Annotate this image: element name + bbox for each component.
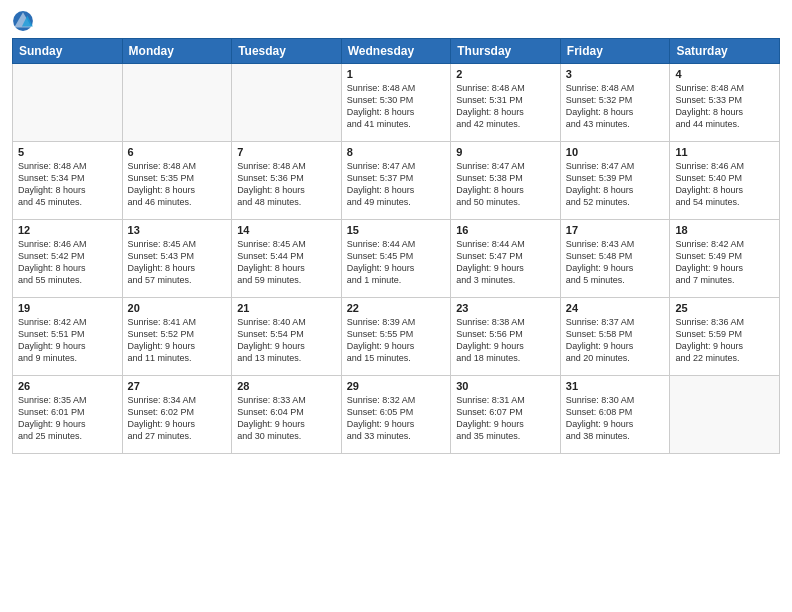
day-info: Sunrise: 8:34 AM Sunset: 6:02 PM Dayligh… <box>128 394 227 443</box>
day-number: 23 <box>456 302 555 314</box>
day-info: Sunrise: 8:48 AM Sunset: 5:31 PM Dayligh… <box>456 82 555 131</box>
day-info: Sunrise: 8:46 AM Sunset: 5:42 PM Dayligh… <box>18 238 117 287</box>
day-info: Sunrise: 8:47 AM Sunset: 5:39 PM Dayligh… <box>566 160 665 209</box>
weekday-header-friday: Friday <box>560 39 670 64</box>
calendar-cell: 11Sunrise: 8:46 AM Sunset: 5:40 PM Dayli… <box>670 142 780 220</box>
calendar-cell: 2Sunrise: 8:48 AM Sunset: 5:31 PM Daylig… <box>451 64 561 142</box>
day-info: Sunrise: 8:37 AM Sunset: 5:58 PM Dayligh… <box>566 316 665 365</box>
day-info: Sunrise: 8:31 AM Sunset: 6:07 PM Dayligh… <box>456 394 555 443</box>
day-number: 7 <box>237 146 336 158</box>
day-number: 10 <box>566 146 665 158</box>
day-info: Sunrise: 8:42 AM Sunset: 5:49 PM Dayligh… <box>675 238 774 287</box>
day-number: 17 <box>566 224 665 236</box>
calendar-cell: 13Sunrise: 8:45 AM Sunset: 5:43 PM Dayli… <box>122 220 232 298</box>
day-number: 25 <box>675 302 774 314</box>
calendar-cell: 3Sunrise: 8:48 AM Sunset: 5:32 PM Daylig… <box>560 64 670 142</box>
calendar-cell: 17Sunrise: 8:43 AM Sunset: 5:48 PM Dayli… <box>560 220 670 298</box>
page-container: SundayMondayTuesdayWednesdayThursdayFrid… <box>0 0 792 464</box>
day-info: Sunrise: 8:45 AM Sunset: 5:44 PM Dayligh… <box>237 238 336 287</box>
weekday-header-wednesday: Wednesday <box>341 39 451 64</box>
day-info: Sunrise: 8:39 AM Sunset: 5:55 PM Dayligh… <box>347 316 446 365</box>
day-info: Sunrise: 8:30 AM Sunset: 6:08 PM Dayligh… <box>566 394 665 443</box>
logo-icon <box>12 10 34 32</box>
day-number: 8 <box>347 146 446 158</box>
calendar-cell: 4Sunrise: 8:48 AM Sunset: 5:33 PM Daylig… <box>670 64 780 142</box>
calendar-cell: 9Sunrise: 8:47 AM Sunset: 5:38 PM Daylig… <box>451 142 561 220</box>
weekday-header-row: SundayMondayTuesdayWednesdayThursdayFrid… <box>13 39 780 64</box>
day-number: 24 <box>566 302 665 314</box>
calendar-cell: 5Sunrise: 8:48 AM Sunset: 5:34 PM Daylig… <box>13 142 123 220</box>
day-info: Sunrise: 8:42 AM Sunset: 5:51 PM Dayligh… <box>18 316 117 365</box>
calendar-cell: 12Sunrise: 8:46 AM Sunset: 5:42 PM Dayli… <box>13 220 123 298</box>
day-info: Sunrise: 8:32 AM Sunset: 6:05 PM Dayligh… <box>347 394 446 443</box>
calendar-cell: 20Sunrise: 8:41 AM Sunset: 5:52 PM Dayli… <box>122 298 232 376</box>
week-row-1: 1Sunrise: 8:48 AM Sunset: 5:30 PM Daylig… <box>13 64 780 142</box>
day-info: Sunrise: 8:48 AM Sunset: 5:35 PM Dayligh… <box>128 160 227 209</box>
day-number: 4 <box>675 68 774 80</box>
calendar-cell: 8Sunrise: 8:47 AM Sunset: 5:37 PM Daylig… <box>341 142 451 220</box>
calendar-cell: 25Sunrise: 8:36 AM Sunset: 5:59 PM Dayli… <box>670 298 780 376</box>
day-info: Sunrise: 8:48 AM Sunset: 5:30 PM Dayligh… <box>347 82 446 131</box>
day-info: Sunrise: 8:48 AM Sunset: 5:32 PM Dayligh… <box>566 82 665 131</box>
day-info: Sunrise: 8:38 AM Sunset: 5:56 PM Dayligh… <box>456 316 555 365</box>
calendar-cell: 1Sunrise: 8:48 AM Sunset: 5:30 PM Daylig… <box>341 64 451 142</box>
day-number: 18 <box>675 224 774 236</box>
day-number: 28 <box>237 380 336 392</box>
calendar-cell <box>13 64 123 142</box>
day-number: 13 <box>128 224 227 236</box>
day-number: 22 <box>347 302 446 314</box>
day-number: 11 <box>675 146 774 158</box>
logo <box>12 10 38 32</box>
calendar-cell: 14Sunrise: 8:45 AM Sunset: 5:44 PM Dayli… <box>232 220 342 298</box>
calendar-cell <box>232 64 342 142</box>
day-number: 29 <box>347 380 446 392</box>
calendar-cell: 27Sunrise: 8:34 AM Sunset: 6:02 PM Dayli… <box>122 376 232 454</box>
calendar-cell: 6Sunrise: 8:48 AM Sunset: 5:35 PM Daylig… <box>122 142 232 220</box>
calendar-cell: 31Sunrise: 8:30 AM Sunset: 6:08 PM Dayli… <box>560 376 670 454</box>
day-number: 1 <box>347 68 446 80</box>
calendar-cell: 30Sunrise: 8:31 AM Sunset: 6:07 PM Dayli… <box>451 376 561 454</box>
day-number: 14 <box>237 224 336 236</box>
weekday-header-tuesday: Tuesday <box>232 39 342 64</box>
day-info: Sunrise: 8:46 AM Sunset: 5:40 PM Dayligh… <box>675 160 774 209</box>
day-info: Sunrise: 8:35 AM Sunset: 6:01 PM Dayligh… <box>18 394 117 443</box>
weekday-header-saturday: Saturday <box>670 39 780 64</box>
calendar-cell: 10Sunrise: 8:47 AM Sunset: 5:39 PM Dayli… <box>560 142 670 220</box>
calendar-cell: 18Sunrise: 8:42 AM Sunset: 5:49 PM Dayli… <box>670 220 780 298</box>
day-info: Sunrise: 8:45 AM Sunset: 5:43 PM Dayligh… <box>128 238 227 287</box>
calendar-cell <box>122 64 232 142</box>
calendar-cell: 15Sunrise: 8:44 AM Sunset: 5:45 PM Dayli… <box>341 220 451 298</box>
calendar-cell: 29Sunrise: 8:32 AM Sunset: 6:05 PM Dayli… <box>341 376 451 454</box>
calendar-cell: 21Sunrise: 8:40 AM Sunset: 5:54 PM Dayli… <box>232 298 342 376</box>
week-row-2: 5Sunrise: 8:48 AM Sunset: 5:34 PM Daylig… <box>13 142 780 220</box>
calendar-cell: 28Sunrise: 8:33 AM Sunset: 6:04 PM Dayli… <box>232 376 342 454</box>
day-number: 19 <box>18 302 117 314</box>
day-info: Sunrise: 8:41 AM Sunset: 5:52 PM Dayligh… <box>128 316 227 365</box>
day-number: 12 <box>18 224 117 236</box>
calendar-cell: 19Sunrise: 8:42 AM Sunset: 5:51 PM Dayli… <box>13 298 123 376</box>
day-number: 26 <box>18 380 117 392</box>
day-number: 6 <box>128 146 227 158</box>
week-row-3: 12Sunrise: 8:46 AM Sunset: 5:42 PM Dayli… <box>13 220 780 298</box>
weekday-header-sunday: Sunday <box>13 39 123 64</box>
day-number: 27 <box>128 380 227 392</box>
week-row-4: 19Sunrise: 8:42 AM Sunset: 5:51 PM Dayli… <box>13 298 780 376</box>
weekday-header-thursday: Thursday <box>451 39 561 64</box>
day-info: Sunrise: 8:43 AM Sunset: 5:48 PM Dayligh… <box>566 238 665 287</box>
day-info: Sunrise: 8:48 AM Sunset: 5:34 PM Dayligh… <box>18 160 117 209</box>
day-number: 2 <box>456 68 555 80</box>
calendar-table: SundayMondayTuesdayWednesdayThursdayFrid… <box>12 38 780 454</box>
day-info: Sunrise: 8:44 AM Sunset: 5:45 PM Dayligh… <box>347 238 446 287</box>
day-info: Sunrise: 8:36 AM Sunset: 5:59 PM Dayligh… <box>675 316 774 365</box>
week-row-5: 26Sunrise: 8:35 AM Sunset: 6:01 PM Dayli… <box>13 376 780 454</box>
day-number: 31 <box>566 380 665 392</box>
calendar-cell: 22Sunrise: 8:39 AM Sunset: 5:55 PM Dayli… <box>341 298 451 376</box>
day-number: 9 <box>456 146 555 158</box>
day-info: Sunrise: 8:47 AM Sunset: 5:37 PM Dayligh… <box>347 160 446 209</box>
day-info: Sunrise: 8:48 AM Sunset: 5:36 PM Dayligh… <box>237 160 336 209</box>
day-number: 15 <box>347 224 446 236</box>
day-info: Sunrise: 8:47 AM Sunset: 5:38 PM Dayligh… <box>456 160 555 209</box>
calendar-cell: 16Sunrise: 8:44 AM Sunset: 5:47 PM Dayli… <box>451 220 561 298</box>
day-number: 21 <box>237 302 336 314</box>
day-info: Sunrise: 8:48 AM Sunset: 5:33 PM Dayligh… <box>675 82 774 131</box>
